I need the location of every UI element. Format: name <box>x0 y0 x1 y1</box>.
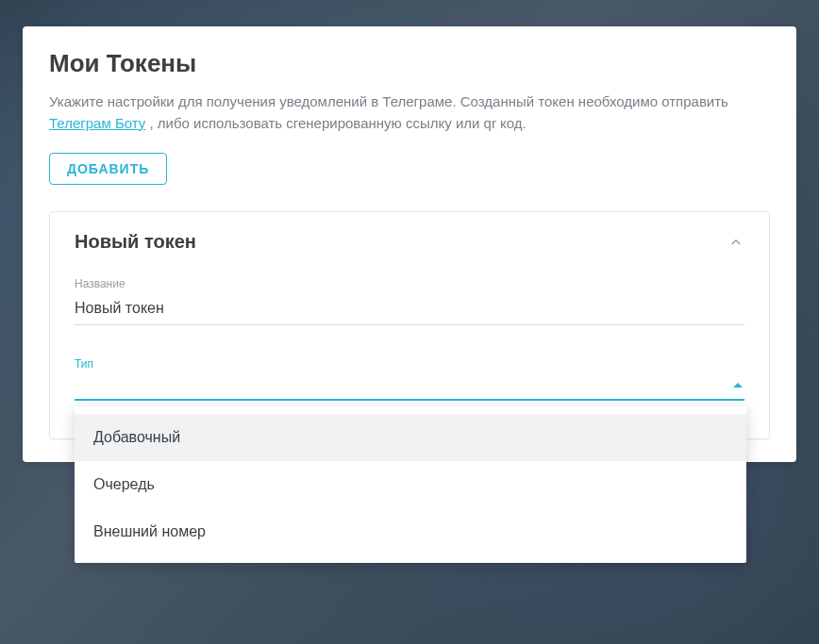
page-title: Мои Токены <box>49 49 770 78</box>
accordion-title: Новый токен <box>75 231 196 253</box>
name-input[interactable] <box>75 294 744 325</box>
accordion-header[interactable]: Новый токен <box>50 212 769 270</box>
add-token-button[interactable]: ДОБАВИТЬ <box>49 153 167 185</box>
desc-text-post: , либо использовать сгенерированную ссыл… <box>145 115 526 131</box>
type-option-external[interactable]: Внешний номер <box>75 508 746 555</box>
type-dropdown: Добавочный Очередь Внешний номер <box>75 406 746 563</box>
type-label: Тип <box>75 357 744 371</box>
page-description: Укажите настройки для получения уведомле… <box>49 91 770 134</box>
type-option-extension[interactable]: Добавочный <box>75 414 746 461</box>
name-label: Название <box>75 277 744 290</box>
name-field: Название <box>75 277 744 325</box>
token-accordion: Новый токен Название Тип Добавочный Очер… <box>49 211 770 439</box>
type-select[interactable] <box>75 374 744 401</box>
type-option-queue[interactable]: Очередь <box>75 461 746 508</box>
telegram-bot-link[interactable]: Телеграм Боту <box>49 115 145 131</box>
tokens-panel: Мои Токены Укажите настройки для получен… <box>23 26 796 462</box>
caret-up-icon <box>733 383 743 388</box>
desc-text-pre: Укажите настройки для получения уведомле… <box>49 93 728 109</box>
accordion-body: Название Тип Добавочный Очередь Внешний … <box>50 270 769 438</box>
chevron-up-icon <box>727 234 744 251</box>
type-field: Тип Добавочный Очередь Внешний номер <box>75 357 744 401</box>
